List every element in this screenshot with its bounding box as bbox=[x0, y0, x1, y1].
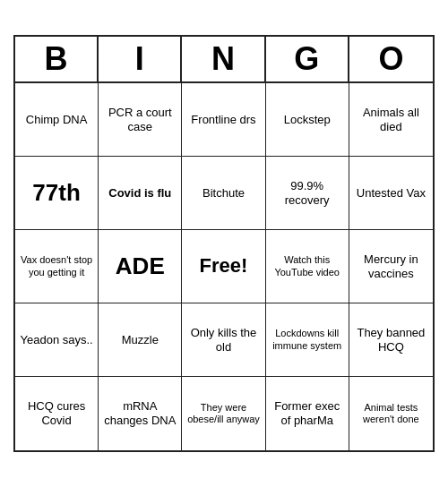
bingo-cell-24: Animal tests weren't done bbox=[349, 377, 433, 450]
bingo-cell-21: mRNA changes DNA bbox=[99, 377, 182, 450]
bingo-cell-17: Only kills the old bbox=[182, 303, 265, 377]
bingo-letter-i: I bbox=[99, 37, 182, 81]
bingo-letter-g: G bbox=[266, 37, 349, 81]
bingo-cell-6: Covid is flu bbox=[99, 157, 182, 230]
bingo-letter-n: N bbox=[182, 37, 265, 81]
bingo-cell-19: They banned HCQ bbox=[349, 303, 433, 377]
bingo-cell-0: Chimp DNA bbox=[15, 83, 99, 157]
bingo-cell-23: Former exec of pharMa bbox=[266, 377, 349, 450]
bingo-cell-4: Animals all died bbox=[349, 83, 433, 157]
bingo-letter-o: O bbox=[349, 37, 433, 81]
bingo-cell-20: HCQ cures Covid bbox=[15, 377, 99, 450]
bingo-cell-22: They were obese/ill anyway bbox=[182, 377, 265, 450]
bingo-cell-1: PCR a court case bbox=[99, 83, 182, 157]
bingo-cell-10: Vax doesn't stop you getting it bbox=[15, 230, 99, 303]
bingo-letter-b: B bbox=[15, 37, 99, 81]
bingo-header: BINGO bbox=[15, 37, 433, 83]
bingo-cell-8: 99.9% recovery bbox=[266, 157, 349, 230]
bingo-cell-18: Lockdowns kill immune system bbox=[266, 303, 349, 377]
bingo-cell-9: Untested Vax bbox=[349, 157, 433, 230]
bingo-cell-12: Free! bbox=[182, 230, 265, 303]
bingo-cell-3: Lockstep bbox=[266, 83, 349, 157]
bingo-card: BINGO Chimp DNAPCR a court caseFrontline… bbox=[13, 35, 435, 452]
bingo-cell-14: Mercury in vaccines bbox=[349, 230, 433, 303]
bingo-grid: Chimp DNAPCR a court caseFrontline drsLo… bbox=[15, 83, 433, 450]
bingo-cell-16: Muzzle bbox=[99, 303, 182, 377]
bingo-cell-11: ADE bbox=[99, 230, 182, 303]
bingo-cell-15: Yeadon says.. bbox=[15, 303, 99, 377]
bingo-cell-2: Frontline drs bbox=[182, 83, 265, 157]
bingo-cell-7: Bitchute bbox=[182, 157, 265, 230]
bingo-cell-13: Watch this YouTube video bbox=[266, 230, 349, 303]
bingo-cell-5: 77th bbox=[15, 157, 99, 230]
